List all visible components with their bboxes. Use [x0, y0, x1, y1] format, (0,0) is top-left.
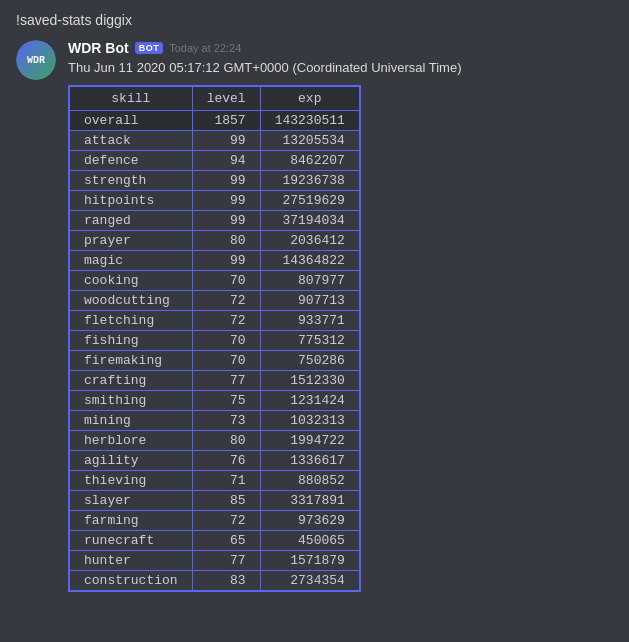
cell-14-1: 75 [192, 391, 260, 411]
cell-2-1: 94 [192, 151, 260, 171]
table-row: runecraft65450065 [69, 531, 360, 551]
table-row: hunter771571879 [69, 551, 360, 571]
cell-20-1: 72 [192, 511, 260, 531]
cell-4-2: 27519629 [260, 191, 360, 211]
table-row: thieving71880852 [69, 471, 360, 491]
cell-22-0: hunter [69, 551, 192, 571]
cell-6-1: 80 [192, 231, 260, 251]
table-row: slayer853317891 [69, 491, 360, 511]
table-wrapper: skill level exp overall1857143230511atta… [68, 81, 613, 596]
cell-7-0: magic [69, 251, 192, 271]
cell-20-2: 973629 [260, 511, 360, 531]
bot-badge: BOT [135, 42, 164, 54]
table-row: farming72973629 [69, 511, 360, 531]
cell-13-1: 77 [192, 371, 260, 391]
cell-18-0: thieving [69, 471, 192, 491]
cell-8-1: 70 [192, 271, 260, 291]
table-header-row: skill level exp [69, 86, 360, 111]
table-row: defence948462207 [69, 151, 360, 171]
cell-23-1: 83 [192, 571, 260, 592]
cell-23-2: 2734354 [260, 571, 360, 592]
message-content: WDR Bot BOT Today at 22:24 Thu Jun 11 20… [68, 40, 613, 596]
col-header-level: level [192, 86, 260, 111]
cell-11-0: fishing [69, 331, 192, 351]
cell-15-2: 1032313 [260, 411, 360, 431]
col-header-skill: skill [69, 86, 192, 111]
table-row: hitpoints9927519629 [69, 191, 360, 211]
cell-13-2: 1512330 [260, 371, 360, 391]
cell-10-2: 933771 [260, 311, 360, 331]
cell-3-2: 19236738 [260, 171, 360, 191]
command-text: !saved-stats diggix [16, 12, 132, 28]
cell-15-1: 73 [192, 411, 260, 431]
table-row: fishing70775312 [69, 331, 360, 351]
cell-1-2: 13205534 [260, 131, 360, 151]
cell-17-0: agility [69, 451, 192, 471]
bot-name: WDR Bot [68, 40, 129, 56]
cell-0-2: 143230511 [260, 111, 360, 131]
table-row: strength9919236738 [69, 171, 360, 191]
cell-9-2: 907713 [260, 291, 360, 311]
cell-4-0: hitpoints [69, 191, 192, 211]
table-row: overall1857143230511 [69, 111, 360, 131]
cell-8-2: 807977 [260, 271, 360, 291]
table-row: fletching72933771 [69, 311, 360, 331]
cell-3-0: strength [69, 171, 192, 191]
cell-23-0: construction [69, 571, 192, 592]
cell-21-0: runecraft [69, 531, 192, 551]
command-bar: !saved-stats diggix [0, 10, 629, 30]
cell-14-2: 1231424 [260, 391, 360, 411]
cell-2-0: defence [69, 151, 192, 171]
cell-22-1: 77 [192, 551, 260, 571]
cell-8-0: cooking [69, 271, 192, 291]
cell-21-1: 65 [192, 531, 260, 551]
cell-7-2: 14364822 [260, 251, 360, 271]
cell-0-0: overall [69, 111, 192, 131]
cell-10-0: fletching [69, 311, 192, 331]
table-row: mining731032313 [69, 411, 360, 431]
cell-16-0: herblore [69, 431, 192, 451]
table-row: construction832734354 [69, 571, 360, 592]
cell-3-1: 99 [192, 171, 260, 191]
table-row: smithing751231424 [69, 391, 360, 411]
cell-16-2: 1994722 [260, 431, 360, 451]
table-row: woodcutting72907713 [69, 291, 360, 311]
table-row: firemaking70750286 [69, 351, 360, 371]
date-line: Thu Jun 11 2020 05:17:12 GMT+0000 (Coord… [68, 60, 613, 75]
cell-0-1: 1857 [192, 111, 260, 131]
cell-1-0: attack [69, 131, 192, 151]
cell-17-2: 1336617 [260, 451, 360, 471]
table-row: herblore801994722 [69, 431, 360, 451]
cell-13-0: crafting [69, 371, 192, 391]
cell-18-2: 880852 [260, 471, 360, 491]
stats-table: skill level exp overall1857143230511atta… [68, 85, 361, 592]
cell-4-1: 99 [192, 191, 260, 211]
cell-19-1: 85 [192, 491, 260, 511]
cell-5-1: 99 [192, 211, 260, 231]
cell-10-1: 72 [192, 311, 260, 331]
cell-7-1: 99 [192, 251, 260, 271]
cell-18-1: 71 [192, 471, 260, 491]
cell-5-0: ranged [69, 211, 192, 231]
cell-22-2: 1571879 [260, 551, 360, 571]
table-body: overall1857143230511attack9913205534defe… [69, 111, 360, 592]
cell-5-2: 37194034 [260, 211, 360, 231]
table-row: agility761336617 [69, 451, 360, 471]
table-row: crafting771512330 [69, 371, 360, 391]
cell-12-0: firemaking [69, 351, 192, 371]
message-header: WDR Bot BOT Today at 22:24 [68, 40, 613, 56]
cell-11-1: 70 [192, 331, 260, 351]
cell-16-1: 80 [192, 431, 260, 451]
cell-6-2: 2036412 [260, 231, 360, 251]
cell-9-1: 72 [192, 291, 260, 311]
cell-11-2: 775312 [260, 331, 360, 351]
cell-6-0: prayer [69, 231, 192, 251]
cell-19-0: slayer [69, 491, 192, 511]
table-row: prayer802036412 [69, 231, 360, 251]
cell-14-0: smithing [69, 391, 192, 411]
table-row: cooking70807977 [69, 271, 360, 291]
cell-12-2: 750286 [260, 351, 360, 371]
col-header-exp: exp [260, 86, 360, 111]
cell-2-2: 8462207 [260, 151, 360, 171]
cell-20-0: farming [69, 511, 192, 531]
